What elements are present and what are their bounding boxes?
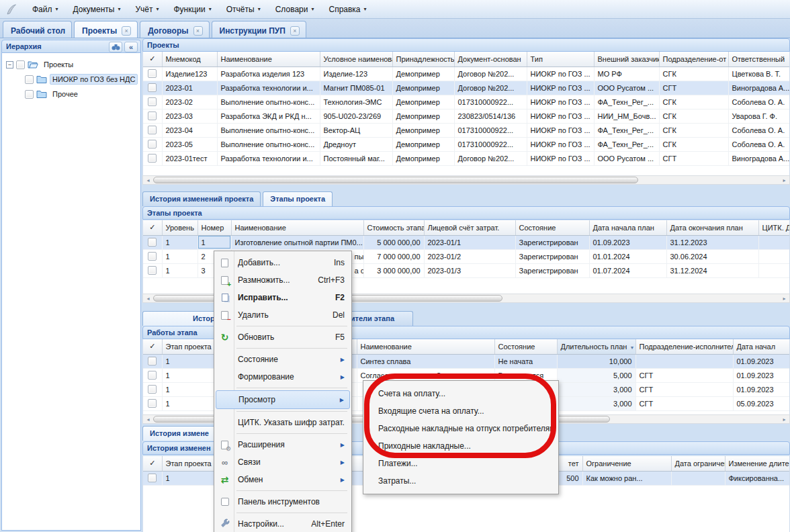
context-menu-item[interactable]: Просмотр▶ — [216, 390, 350, 409]
row-checkbox[interactable] — [148, 252, 157, 261]
tree-checkbox[interactable] — [25, 90, 34, 99]
tree-node[interactable]: НИОКР по ГОЗ без НДС — [2, 72, 140, 87]
column-header[interactable]: Наименование — [217, 52, 320, 66]
scroll-right-button[interactable]: ▸ — [779, 176, 789, 184]
row-checkbox[interactable] — [148, 140, 157, 148]
scroll-thumb[interactable] — [153, 177, 638, 183]
column-header[interactable]: Состояние — [515, 220, 589, 235]
row-checkbox[interactable] — [148, 371, 157, 380]
column-header[interactable]: Наименование — [231, 220, 363, 235]
column-header[interactable]: Подразделение-от — [659, 52, 728, 66]
horizontal-scrollbar[interactable]: ◂ ▸ — [142, 175, 790, 185]
row-checkbox[interactable] — [148, 126, 157, 134]
menubar-item[interactable]: Учёт▾ — [128, 2, 167, 17]
column-header[interactable]: Документ-основан — [454, 52, 527, 66]
row-checkbox[interactable] — [148, 238, 157, 247]
row-checkbox[interactable] — [148, 399, 157, 408]
column-header[interactable]: ✓ — [143, 220, 162, 235]
menubar-item[interactable]: Файл▾ — [26, 2, 67, 17]
table-row[interactable]: Изделие123Разработка изделия 123Изделие-… — [143, 66, 790, 81]
context-menu-item[interactable]: ∞Связи▶ — [216, 453, 350, 471]
menubar-item[interactable]: Словари▾ — [269, 2, 322, 17]
column-header[interactable]: Наименование — [357, 339, 494, 354]
table-row[interactable]: 2023-03Разработка ЭКД и РКД н...905-U020… — [143, 109, 790, 123]
detail-tab[interactable]: История изменений проекта — [142, 191, 261, 206]
tree-checkbox[interactable] — [25, 75, 34, 84]
main-tab[interactable]: Рабочий стол — [3, 21, 72, 38]
row-checkbox[interactable] — [148, 112, 157, 120]
column-header[interactable]: Номер — [198, 220, 231, 235]
context-menu-item[interactable]: Добавить...Ins — [216, 254, 350, 271]
context-menu-item[interactable]: Состояние▶ — [216, 351, 350, 368]
context-menu-item[interactable]: Расширения▶ — [216, 436, 350, 453]
menubar-item[interactable]: Функции▾ — [167, 2, 219, 17]
scroll-right-button[interactable]: ▸ — [779, 415, 789, 423]
column-header[interactable]: Дата окончания план — [666, 220, 758, 235]
tab-close-icon[interactable]: × — [290, 26, 300, 36]
context-menu-item[interactable]: ⇄Обмен▶ — [216, 471, 350, 488]
column-header[interactable]: Принадлежность — [392, 52, 454, 66]
column-header[interactable]: Подразделение-исполнитель.. — [635, 339, 733, 354]
column-header[interactable]: ✓ — [143, 339, 162, 354]
row-checkbox[interactable] — [148, 97, 157, 106]
menubar-item[interactable]: Документы▾ — [67, 2, 129, 17]
context-menu-item[interactable]: Размножить...Ctrl+F3 — [216, 271, 350, 289]
table-row[interactable]: 2023-02Выполнение опытно-конс...Технолог… — [143, 95, 790, 109]
column-header[interactable]: Стоимость этапа — [363, 220, 424, 235]
context-menu-item[interactable]: Формирование▶ — [216, 368, 350, 386]
main-tab[interactable]: Инструкции ПУП× — [212, 21, 306, 38]
column-header[interactable]: Дата ограничения — [671, 456, 725, 471]
tree-node[interactable]: −Проекты — [2, 57, 140, 72]
column-header[interactable]: Изменение длите — [725, 456, 790, 471]
scroll-left-button[interactable]: ◂ — [143, 415, 153, 423]
scroll-left-button[interactable]: ◂ — [143, 294, 153, 302]
column-header[interactable]: ✓ — [143, 52, 162, 66]
row-checkbox[interactable] — [148, 474, 157, 482]
toolbar-checkbox-icon[interactable] — [221, 498, 229, 506]
column-header[interactable]: Внешний заказчик — [594, 52, 659, 66]
column-header[interactable]: Условное наименова — [320, 52, 392, 66]
collapse-panel-button[interactable]: « — [124, 42, 138, 52]
main-tab[interactable]: Проекты× — [74, 21, 138, 38]
column-header[interactable]: Дата начала план — [589, 220, 666, 235]
column-header[interactable]: Ответственный — [728, 52, 790, 66]
row-checkbox[interactable] — [148, 385, 157, 394]
menubar-item[interactable]: Отчёты▾ — [220, 2, 269, 17]
scroll-right-button[interactable]: ▸ — [779, 294, 789, 302]
table-row[interactable]: 2023-01Разработка технологии и...Магнит … — [143, 81, 790, 95]
column-header[interactable]: Лицевой счёт затрат. — [424, 220, 515, 235]
table-row[interactable]: 11Изготовление опытной партии ПМ0...5 00… — [143, 235, 790, 249]
context-menu-item[interactable]: Панель инструментов — [216, 493, 350, 511]
detail-tab[interactable]: Этапы проекта — [263, 191, 333, 206]
column-header[interactable]: Дата начал — [733, 339, 790, 354]
row-checkbox[interactable] — [148, 83, 157, 92]
submenu-item[interactable]: Затраты... — [365, 472, 557, 490]
row-checkbox[interactable] — [148, 266, 157, 275]
context-menu-item[interactable]: Исправить...F2 — [216, 289, 350, 306]
tree-checkbox[interactable] — [16, 60, 25, 69]
column-header[interactable]: Состояние — [494, 339, 557, 354]
main-tab[interactable]: Договоры× — [140, 21, 209, 38]
tab-close-icon[interactable]: × — [193, 26, 203, 36]
column-header[interactable]: Уровень — [162, 220, 198, 235]
column-header[interactable]: Тип — [527, 52, 594, 66]
tab-close-icon[interactable]: × — [122, 26, 131, 36]
column-header[interactable]: ЦИТК. Д — [758, 220, 790, 235]
context-menu-item[interactable]: ↻ОбновитьF5 — [216, 328, 350, 346]
column-header[interactable]: Ограничение — [582, 456, 671, 471]
table-row[interactable]: 2023-04Выполнение опытно-конс...Вектор-А… — [143, 123, 790, 137]
menubar-item[interactable]: Справка▾ — [322, 2, 374, 17]
tree-node[interactable]: Прочее — [2, 87, 140, 101]
tree-collapse-icon[interactable]: − — [6, 61, 13, 69]
table-row[interactable]: 2023-01тестРазработка технологии и...Пос… — [143, 151, 790, 165]
detail-tab[interactable]: История измене — [142, 426, 216, 441]
scroll-left-button[interactable]: ◂ — [143, 176, 153, 184]
row-checkbox[interactable] — [148, 69, 157, 78]
context-menu-item[interactable]: ЦИТК. Указать шифр затрат... — [216, 414, 350, 431]
column-header[interactable]: ✓ — [143, 456, 162, 471]
row-checkbox[interactable] — [148, 154, 157, 163]
row-checkbox[interactable] — [148, 357, 157, 365]
column-header[interactable]: Мнемокод — [162, 52, 217, 66]
table-row[interactable]: 2023-05Выполнение опытно-конс...Дредноут… — [143, 137, 790, 151]
context-menu-item[interactable]: Настройки...Alt+Enter — [216, 515, 350, 532]
